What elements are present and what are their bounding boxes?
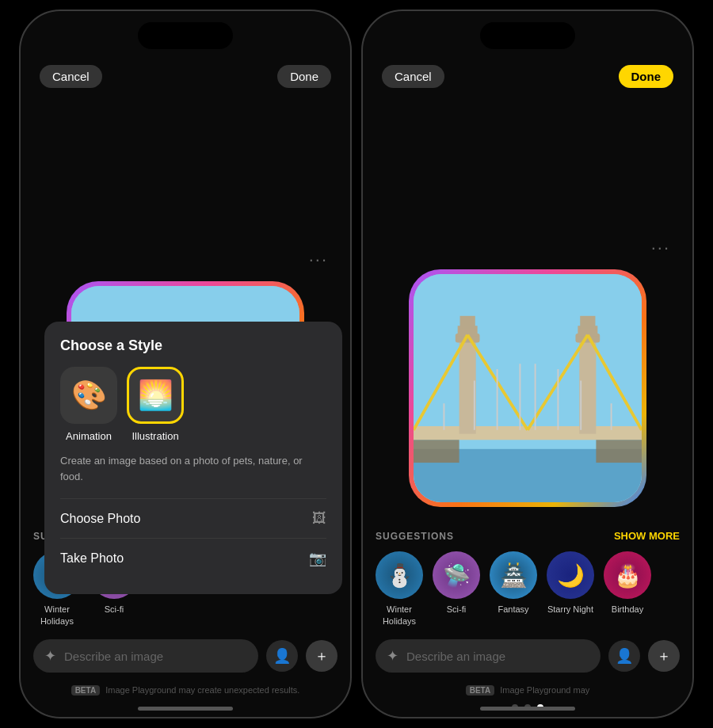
scifi-icon-right: 🛸: [433, 551, 480, 599]
scifi-label-right: Sci-fi: [447, 604, 466, 615]
right-input-field[interactable]: ✦ Describe an image: [376, 639, 601, 673]
right-home-indicator: [480, 707, 575, 711]
suggestion-fantasy-right[interactable]: 🏯 Fantasy: [490, 551, 537, 627]
right-done-button[interactable]: Done: [619, 65, 674, 88]
right-beta-badge: BETA: [466, 685, 494, 696]
choose-photo-label: Choose Photo: [60, 512, 140, 526]
right-three-dots[interactable]: ···: [651, 238, 670, 258]
show-more-button[interactable]: SHOW MORE: [614, 530, 680, 542]
suggestion-starry-night-right[interactable]: 🌙 Starry Night: [547, 551, 594, 627]
left-three-dots[interactable]: ···: [309, 250, 328, 270]
suggestion-birthday-right[interactable]: 🎂 Birthday: [604, 551, 651, 627]
svg-rect-32: [579, 334, 596, 433]
left-beta-message: Image Playground may create unexpected r…: [105, 685, 299, 695]
svg-rect-49: [596, 440, 642, 463]
right-bottom-bar: ✦ Describe an image 👤 ＋: [363, 633, 692, 685]
left-input-placeholder: Describe an image: [64, 650, 163, 663]
left-input-icon: ✦: [44, 647, 56, 665]
right-suggestions-section: SUGGESTIONS SHOW MORE ⛄ WinterHolidays 🛸…: [363, 530, 692, 627]
right-suggestions-row: ⛄ WinterHolidays 🛸 Sci-fi 🏯 Fantasy: [376, 551, 680, 627]
fantasy-label-right: Fantasy: [498, 604, 528, 615]
style-options: 🎨 Animation 🌅 Illustration: [60, 367, 326, 442]
popup-title: Choose a Style: [60, 337, 326, 354]
right-suggestions-header: SUGGESTIONS SHOW MORE: [376, 530, 680, 542]
left-bottom-bar: ✦ Describe an image 👤 ＋: [21, 633, 350, 685]
take-photo-action[interactable]: Take Photo 📷: [60, 538, 326, 578]
birthday-label-right: Birthday: [612, 604, 643, 615]
svg-rect-31: [460, 315, 475, 329]
right-bridge-wrapper: ···: [409, 269, 646, 507]
left-cancel-button[interactable]: Cancel: [40, 65, 102, 88]
right-beta-text: BETA Image Playground may: [466, 685, 590, 703]
right-bridge-inner: [414, 274, 642, 502]
choose-photo-icon: 🖼: [312, 510, 326, 527]
scifi-label-left: Sci-fi: [105, 604, 124, 615]
right-input-icon: ✦: [387, 647, 398, 665]
right-bridge-frame: [409, 269, 646, 507]
left-input-field[interactable]: ✦ Describe an image: [33, 639, 258, 673]
left-done-button[interactable]: Done: [277, 65, 331, 88]
left-home-indicator: [138, 707, 233, 711]
illustration-icon: 🌅: [127, 367, 184, 424]
animation-label: Animation: [66, 430, 112, 442]
animation-icon: 🎨: [60, 367, 117, 424]
suggestion-scifi-right[interactable]: 🛸 Sci-fi: [433, 551, 480, 627]
left-beta-badge: BETA: [71, 685, 100, 696]
birthday-icon-right: 🎂: [604, 551, 651, 599]
left-person-button[interactable]: 👤: [266, 640, 298, 672]
svg-rect-35: [580, 315, 595, 329]
dynamic-island-right: [480, 22, 575, 49]
winter-holidays-label-right: WinterHolidays: [383, 604, 416, 627]
svg-rect-48: [414, 440, 459, 463]
take-photo-label: Take Photo: [60, 551, 124, 566]
left-phone: Cancel Done ···: [19, 10, 352, 718]
animation-option[interactable]: 🎨 Animation: [60, 367, 117, 442]
right-person-button[interactable]: 👤: [608, 640, 640, 672]
right-cancel-button[interactable]: Cancel: [382, 65, 444, 88]
fantasy-icon-right: 🏯: [490, 551, 537, 599]
choose-photo-action[interactable]: Choose Photo 🖼: [60, 498, 326, 538]
right-suggestions-label: SUGGESTIONS: [376, 531, 454, 542]
right-phone-content: Cancel Done ···: [363, 11, 692, 717]
right-plus-button[interactable]: ＋: [648, 640, 680, 672]
right-input-placeholder: Describe an image: [406, 650, 505, 663]
winter-holidays-label-left: WinterHolidays: [40, 604, 74, 627]
right-bridge-svg: [414, 274, 642, 502]
starry-night-label-right: Starry Night: [547, 604, 593, 615]
right-phone: Cancel Done ···: [361, 10, 694, 718]
suggestion-winter-holidays-right[interactable]: ⛄ WinterHolidays: [376, 551, 423, 627]
winter-holidays-icon-right: ⛄: [376, 551, 423, 599]
right-beta-message: Image Playground may: [500, 685, 589, 695]
illustration-option[interactable]: 🌅 Illustration: [127, 367, 184, 442]
popup-description: Create an image based on a photo of pets…: [60, 453, 326, 484]
take-photo-icon: 📷: [309, 550, 326, 567]
svg-rect-28: [459, 334, 476, 433]
right-phone-bottom: SUGGESTIONS SHOW MORE ⛄ WinterHolidays 🛸…: [363, 530, 692, 717]
illustration-label: Illustration: [132, 430, 178, 442]
dynamic-island-left: [138, 22, 233, 49]
left-beta-text: BETA Image Playground may create unexpec…: [71, 685, 300, 703]
style-popup: Choose a Style 🎨 Animation 🌅 Illustratio…: [44, 322, 342, 594]
starry-night-icon-right: 🌙: [547, 551, 594, 599]
left-plus-button[interactable]: ＋: [306, 640, 337, 672]
left-phone-content: Cancel Done ···: [21, 11, 350, 717]
phones-container: Cancel Done ···: [0, 0, 713, 728]
